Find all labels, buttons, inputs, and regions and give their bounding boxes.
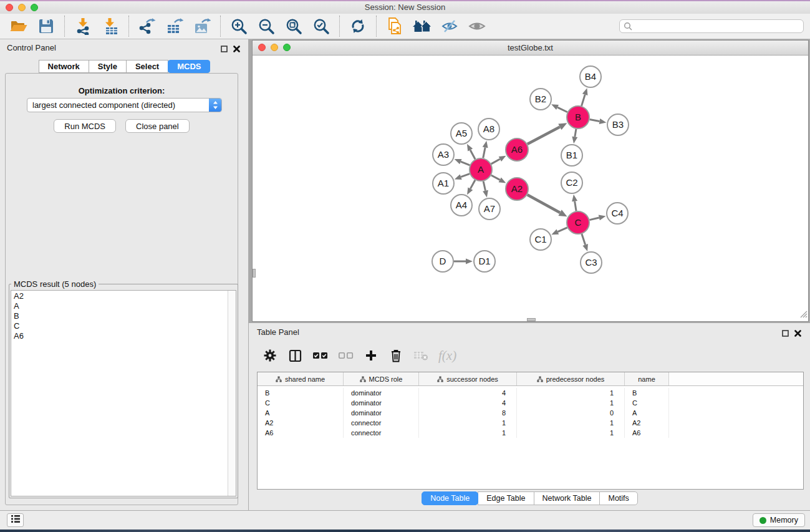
- float-panel-icon[interactable]: [221, 44, 228, 55]
- close-table-panel-icon[interactable]: [794, 328, 801, 339]
- graph-edge-B-B1[interactable]: [572, 129, 577, 144]
- graph-edge-B-B2[interactable]: [551, 104, 567, 112]
- graph-edge-A-A5[interactable]: [467, 144, 475, 159]
- network-view[interactable]: B4B2BB3B1A5A8A6A3AA1A4A7A2C2CC4C1C3DD1: [253, 56, 808, 321]
- close-panel-button[interactable]: Close panel: [125, 119, 190, 133]
- result-item[interactable]: C: [11, 321, 236, 331]
- tab-network-table[interactable]: Network Table: [534, 491, 600, 505]
- graph-node-A5[interactable]: A5: [451, 123, 472, 144]
- graph-edge-B-B3[interactable]: [590, 118, 607, 124]
- graph-edge-C-C1[interactable]: [551, 228, 567, 235]
- refresh-button[interactable]: [347, 16, 369, 37]
- graph-node-B3[interactable]: B3: [607, 114, 629, 135]
- task-history-button[interactable]: [7, 513, 24, 527]
- columns-button[interactable]: [287, 347, 302, 364]
- memory-button[interactable]: Memory: [753, 513, 805, 527]
- network-window-titlebar[interactable]: testGlobe.txt: [253, 41, 808, 56]
- save-session-button[interactable]: [35, 16, 57, 37]
- table-row[interactable]: A6connector11A6: [258, 428, 803, 438]
- graph-edge-A-A8[interactable]: [483, 141, 488, 158]
- graph-node-C3[interactable]: C3: [581, 252, 602, 273]
- graph-edge-C-C2[interactable]: [572, 195, 577, 211]
- graph-node-B[interactable]: B: [567, 106, 589, 128]
- graph-node-A1[interactable]: A1: [433, 173, 454, 194]
- table-row[interactable]: A2connector11A2: [258, 418, 803, 428]
- graph-node-B2[interactable]: B2: [530, 89, 551, 110]
- graph-node-C2[interactable]: C2: [561, 172, 582, 193]
- table-row[interactable]: Adominator80A: [258, 408, 803, 418]
- graph-edge-A-A1[interactable]: [455, 174, 470, 180]
- network-close-button[interactable]: [258, 44, 266, 51]
- graph-edge-A-A4[interactable]: [467, 180, 475, 195]
- graph-edge-B-B4[interactable]: [582, 88, 588, 106]
- close-window-button[interactable]: [6, 4, 13, 11]
- graph-node-C[interactable]: C: [567, 211, 589, 234]
- graph-node-A8[interactable]: A8: [478, 118, 499, 140]
- column-header-predecessor-nodes[interactable]: predecessor nodes: [517, 372, 625, 385]
- column-header-MCDS-role[interactable]: MCDS role: [344, 372, 419, 385]
- graph-edge-A2-C[interactable]: [528, 195, 567, 216]
- tab-select[interactable]: Select: [126, 60, 168, 73]
- graph-edge-C-C4[interactable]: [589, 215, 605, 221]
- graph-node-C1[interactable]: C1: [530, 229, 551, 250]
- zoom-out-button[interactable]: [255, 16, 277, 37]
- result-item[interactable]: A2: [11, 291, 236, 301]
- graph-node-A3[interactable]: A3: [433, 144, 454, 165]
- show-details-button[interactable]: [466, 16, 488, 37]
- minimize-window-button[interactable]: [18, 4, 26, 11]
- column-header-successor-nodes[interactable]: successor nodes: [419, 372, 517, 385]
- graph-edge-A6-B[interactable]: [528, 123, 567, 144]
- float-table-panel-icon[interactable]: [782, 328, 789, 339]
- import-table-button[interactable]: [99, 16, 122, 37]
- result-item[interactable]: B: [11, 311, 236, 321]
- run-mcds-button[interactable]: Run MCDS: [54, 119, 116, 133]
- graph-edge-A-A6[interactable]: [491, 156, 506, 164]
- network-zoom-button[interactable]: [283, 44, 291, 51]
- graph-node-D[interactable]: D: [432, 251, 453, 272]
- zoom-fit-button[interactable]: [282, 16, 305, 37]
- graph-node-A2[interactable]: A2: [506, 178, 528, 200]
- result-item[interactable]: A6: [11, 331, 236, 341]
- graph-node-A4[interactable]: A4: [451, 195, 472, 216]
- fullscreen-window-button[interactable]: [31, 4, 38, 11]
- delete-columns-button[interactable]: [388, 347, 403, 364]
- graph-node-D1[interactable]: D1: [474, 251, 495, 272]
- column-header-shared-name[interactable]: shared name: [258, 372, 344, 385]
- horizontal-scroll-thumb[interactable]: [527, 318, 536, 321]
- tab-network[interactable]: Network: [39, 60, 89, 73]
- network-overview-button[interactable]: [411, 16, 433, 37]
- result-item[interactable]: A: [11, 301, 236, 311]
- result-scrollbar[interactable]: [228, 291, 236, 496]
- add-column-button[interactable]: [364, 347, 378, 364]
- import-network-button[interactable]: [72, 16, 94, 37]
- network-minimize-button[interactable]: [271, 44, 278, 51]
- export-table-button[interactable]: [163, 16, 186, 37]
- resize-grip[interactable]: [800, 309, 808, 321]
- graph-node-A7[interactable]: A7: [479, 198, 500, 220]
- table-row[interactable]: Cdominator41C: [258, 398, 803, 408]
- graph-node-B4[interactable]: B4: [580, 66, 601, 87]
- close-panel-icon[interactable]: [233, 44, 240, 55]
- export-image-button[interactable]: [191, 16, 213, 37]
- graph-node-B1[interactable]: B1: [561, 145, 582, 166]
- open-file-button[interactable]: [7, 16, 30, 37]
- tab-node-table[interactable]: Node Table: [422, 491, 478, 505]
- unselect-all-button[interactable]: [338, 347, 354, 364]
- search-input[interactable]: [635, 21, 803, 32]
- zoom-in-button[interactable]: [228, 16, 250, 37]
- tab-edge-table[interactable]: Edge Table: [478, 491, 534, 505]
- graph-edge-D-D1[interactable]: [454, 259, 473, 264]
- graph-edge-A-A2[interactable]: [491, 175, 506, 183]
- duplicate-network-button[interactable]: [383, 16, 406, 37]
- column-header-name[interactable]: name: [625, 372, 669, 385]
- export-network-button[interactable]: [136, 16, 158, 37]
- tab-motifs[interactable]: Motifs: [599, 491, 637, 505]
- graph-node-C4[interactable]: C4: [607, 203, 628, 224]
- vertical-scroll-thumb[interactable]: [253, 269, 256, 278]
- zoom-selected-button[interactable]: [310, 16, 332, 37]
- select-all-button[interactable]: [312, 347, 328, 364]
- graph-edge-C-C3[interactable]: [582, 234, 588, 251]
- criterion-dropdown[interactable]: largest connected component (directed): [27, 98, 222, 112]
- tab-mcds[interactable]: MCDS: [168, 60, 210, 73]
- table-row[interactable]: Bdominator41B: [258, 388, 803, 398]
